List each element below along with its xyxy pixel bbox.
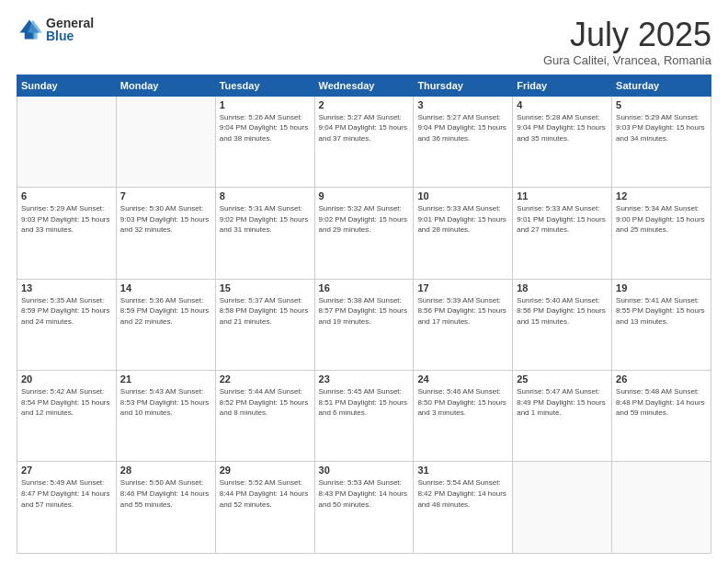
calendar-cell: 20Sunrise: 5:42 AM Sunset: 8:54 PM Dayli… [17,371,117,462]
day-number: 19 [616,282,707,293]
day-info: Sunrise: 5:35 AM Sunset: 8:59 PM Dayligh… [21,295,112,327]
logo: General Blue [17,17,94,42]
calendar-cell: 5Sunrise: 5:29 AM Sunset: 9:03 PM Daylig… [612,96,711,187]
day-number: 5 [616,99,707,110]
calendar-table: Sunday Monday Tuesday Wednesday Thursday… [17,75,711,554]
col-wednesday: Wednesday [314,75,414,96]
calendar-cell: 1Sunrise: 5:26 AM Sunset: 9:04 PM Daylig… [215,96,314,187]
calendar-cell: 27Sunrise: 5:49 AM Sunset: 8:47 PM Dayli… [17,462,117,554]
day-info: Sunrise: 5:49 AM Sunset: 8:47 PM Dayligh… [21,477,112,510]
header: General Blue July 2025 Gura Calitei, Vra… [17,17,711,67]
day-number: 22 [220,373,311,385]
day-number: 27 [21,465,112,476]
day-number: 25 [517,373,608,385]
day-number: 4 [517,99,608,110]
day-number: 20 [21,373,112,385]
day-info: Sunrise: 5:31 AM Sunset: 9:02 PM Dayligh… [220,203,311,236]
day-number: 7 [120,190,211,201]
day-info: Sunrise: 5:40 AM Sunset: 8:56 PM Dayligh… [517,295,608,327]
calendar-cell: 8Sunrise: 5:31 AM Sunset: 9:02 PM Daylig… [215,188,314,279]
day-info: Sunrise: 5:38 AM Sunset: 8:57 PM Dayligh… [319,295,410,327]
day-number: 10 [417,190,508,201]
calendar-cell [513,462,612,554]
calendar-week-5: 27Sunrise: 5:49 AM Sunset: 8:47 PM Dayli… [17,462,711,554]
calendar-cell: 31Sunrise: 5:54 AM Sunset: 8:42 PM Dayli… [414,462,513,554]
calendar-cell: 22Sunrise: 5:44 AM Sunset: 8:52 PM Dayli… [215,371,314,462]
day-number: 13 [21,282,112,293]
calendar-cell: 21Sunrise: 5:43 AM Sunset: 8:53 PM Dayli… [116,371,215,462]
day-number: 31 [417,465,508,476]
calendar-cell: 9Sunrise: 5:32 AM Sunset: 9:02 PM Daylig… [314,188,414,279]
day-number: 30 [319,465,410,476]
logo-general-text: General [46,17,94,29]
calendar-cell: 10Sunrise: 5:33 AM Sunset: 9:01 PM Dayli… [414,188,513,279]
calendar-cell: 2Sunrise: 5:27 AM Sunset: 9:04 PM Daylig… [314,96,414,187]
calendar-cell: 13Sunrise: 5:35 AM Sunset: 8:59 PM Dayli… [17,279,117,370]
day-info: Sunrise: 5:28 AM Sunset: 9:04 PM Dayligh… [517,112,608,144]
day-number: 26 [616,373,707,385]
day-info: Sunrise: 5:39 AM Sunset: 8:56 PM Dayligh… [417,295,508,327]
day-info: Sunrise: 5:36 AM Sunset: 8:59 PM Dayligh… [120,295,211,327]
day-number: 6 [21,190,112,201]
calendar-cell: 25Sunrise: 5:47 AM Sunset: 8:49 PM Dayli… [513,371,612,462]
day-number: 18 [517,282,608,293]
logo-text: General Blue [46,17,94,42]
day-info: Sunrise: 5:29 AM Sunset: 9:03 PM Dayligh… [21,203,112,236]
day-number: 21 [120,373,211,385]
day-info: Sunrise: 5:30 AM Sunset: 9:03 PM Dayligh… [120,203,211,236]
day-info: Sunrise: 5:26 AM Sunset: 9:04 PM Dayligh… [220,112,311,144]
col-monday: Monday [116,75,215,96]
calendar-cell: 3Sunrise: 5:27 AM Sunset: 9:04 PM Daylig… [414,96,513,187]
day-info: Sunrise: 5:54 AM Sunset: 8:42 PM Dayligh… [417,477,508,510]
day-number: 28 [120,465,211,476]
day-number: 29 [220,465,311,476]
calendar-cell: 24Sunrise: 5:46 AM Sunset: 8:50 PM Dayli… [414,371,513,462]
day-info: Sunrise: 5:33 AM Sunset: 9:01 PM Dayligh… [417,203,508,236]
calendar-cell: 16Sunrise: 5:38 AM Sunset: 8:57 PM Dayli… [314,279,414,370]
day-number: 15 [220,282,311,293]
day-number: 3 [417,99,508,110]
calendar-cell: 6Sunrise: 5:29 AM Sunset: 9:03 PM Daylig… [17,188,117,279]
day-info: Sunrise: 5:27 AM Sunset: 9:04 PM Dayligh… [417,112,508,144]
day-number: 16 [319,282,410,293]
subtitle: Gura Calitei, Vrancea, Romania [543,53,711,67]
calendar-week-3: 13Sunrise: 5:35 AM Sunset: 8:59 PM Dayli… [17,279,711,370]
day-number: 24 [417,373,508,385]
calendar-cell: 4Sunrise: 5:28 AM Sunset: 9:04 PM Daylig… [513,96,612,187]
day-info: Sunrise: 5:53 AM Sunset: 8:43 PM Dayligh… [319,477,410,510]
calendar-cell: 14Sunrise: 5:36 AM Sunset: 8:59 PM Dayli… [116,279,215,370]
col-thursday: Thursday [414,75,513,96]
calendar-week-4: 20Sunrise: 5:42 AM Sunset: 8:54 PM Dayli… [17,371,711,462]
day-number: 2 [319,99,410,110]
day-info: Sunrise: 5:48 AM Sunset: 8:48 PM Dayligh… [616,386,707,419]
logo-icon [17,17,42,42]
day-info: Sunrise: 5:42 AM Sunset: 8:54 PM Dayligh… [21,386,112,419]
header-row: Sunday Monday Tuesday Wednesday Thursday… [17,75,711,96]
day-info: Sunrise: 5:43 AM Sunset: 8:53 PM Dayligh… [120,386,211,419]
calendar-cell: 15Sunrise: 5:37 AM Sunset: 8:58 PM Dayli… [215,279,314,370]
col-friday: Friday [513,75,612,96]
calendar-cell: 11Sunrise: 5:33 AM Sunset: 9:01 PM Dayli… [513,188,612,279]
calendar-cell [17,96,117,187]
day-info: Sunrise: 5:29 AM Sunset: 9:03 PM Dayligh… [616,112,707,144]
day-number: 14 [120,282,211,293]
day-number: 9 [319,190,410,201]
day-info: Sunrise: 5:52 AM Sunset: 8:44 PM Dayligh… [220,477,311,510]
title-section: July 2025 Gura Calitei, Vrancea, Romania [543,17,711,67]
day-number: 11 [517,190,608,201]
day-info: Sunrise: 5:37 AM Sunset: 8:58 PM Dayligh… [220,295,311,327]
day-info: Sunrise: 5:27 AM Sunset: 9:04 PM Dayligh… [319,112,410,144]
col-sunday: Sunday [17,75,117,96]
day-info: Sunrise: 5:41 AM Sunset: 8:55 PM Dayligh… [616,295,707,327]
calendar-cell: 12Sunrise: 5:34 AM Sunset: 9:00 PM Dayli… [612,188,711,279]
day-info: Sunrise: 5:47 AM Sunset: 8:49 PM Dayligh… [517,386,608,419]
calendar-cell: 26Sunrise: 5:48 AM Sunset: 8:48 PM Dayli… [612,371,711,462]
main-title: July 2025 [543,17,711,53]
calendar-cell [612,462,711,554]
col-tuesday: Tuesday [215,75,314,96]
col-saturday: Saturday [612,75,711,96]
calendar-cell: 23Sunrise: 5:45 AM Sunset: 8:51 PM Dayli… [314,371,414,462]
day-info: Sunrise: 5:44 AM Sunset: 8:52 PM Dayligh… [220,386,311,419]
calendar-cell: 30Sunrise: 5:53 AM Sunset: 8:43 PM Dayli… [314,462,414,554]
calendar-cell: 7Sunrise: 5:30 AM Sunset: 9:03 PM Daylig… [116,188,215,279]
